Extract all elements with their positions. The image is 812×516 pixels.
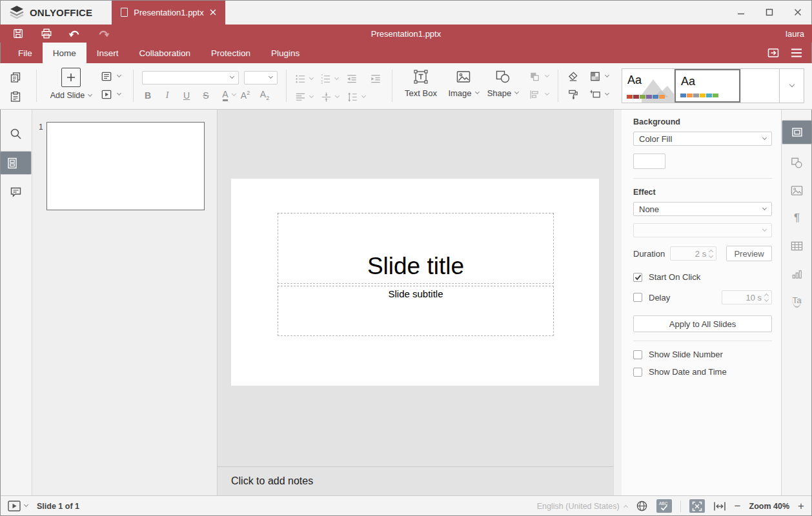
- hamburger-menu-icon[interactable]: [790, 48, 803, 58]
- chart-settings-tab[interactable]: [782, 264, 812, 283]
- fit-to-width-icon[interactable]: [713, 501, 726, 511]
- save-button[interactable]: [4, 25, 32, 43]
- text-art-settings-tab[interactable]: Ta: [782, 292, 812, 311]
- menu-file[interactable]: File: [8, 43, 43, 63]
- spinner-carets-icon[interactable]: [709, 250, 713, 257]
- start-slideshow-button[interactable]: [100, 88, 121, 101]
- zoom-in-button[interactable]: +: [798, 501, 804, 511]
- font-size-combo[interactable]: [244, 71, 278, 84]
- editor-canvas[interactable]: Slide title Slide subtitle Click to add …: [218, 110, 622, 495]
- numbering-icon: [320, 73, 332, 85]
- line-spacing-button[interactable]: [346, 88, 359, 105]
- slide-thumbnails-panel[interactable]: 1: [32, 110, 218, 495]
- clear-style-button[interactable]: [567, 70, 580, 83]
- menu-insert[interactable]: Insert: [86, 43, 129, 63]
- start-on-click-checkbox[interactable]: [633, 273, 642, 282]
- font-name-combo[interactable]: [142, 71, 239, 84]
- strikeout-button[interactable]: S: [196, 90, 216, 101]
- spinner-carets-icon[interactable]: [765, 294, 768, 301]
- minimize-button[interactable]: [727, 0, 755, 25]
- change-layout-button[interactable]: [100, 70, 121, 83]
- spellcheck-toggle[interactable]: ABC: [656, 499, 672, 513]
- increase-indent-button[interactable]: [369, 70, 382, 87]
- close-window-button[interactable]: [784, 0, 812, 25]
- redo-button[interactable]: [89, 25, 117, 43]
- copy-button[interactable]: [9, 69, 22, 86]
- language-selector[interactable]: English (United States): [537, 502, 627, 511]
- color-scheme-button[interactable]: [589, 70, 609, 83]
- window-controls: [727, 0, 812, 25]
- theme2-color-1: [687, 94, 693, 97]
- slide-settings-icon: [791, 126, 804, 139]
- thumbnail-slide-number: 1: [39, 123, 43, 132]
- numbering-button[interactable]: [320, 70, 332, 87]
- theme2-sample-text: Aa: [681, 75, 695, 88]
- undo-button[interactable]: [61, 25, 89, 43]
- show-slide-number-checkbox[interactable]: [633, 350, 642, 359]
- slide-size-button[interactable]: [589, 88, 609, 101]
- table-settings-tab[interactable]: [782, 236, 812, 255]
- slides-panel-button[interactable]: [0, 151, 32, 175]
- slide-settings-tab[interactable]: [782, 120, 812, 144]
- paragraph-settings-tab[interactable]: ¶: [782, 208, 812, 228]
- horizontal-align-button[interactable]: [294, 88, 307, 105]
- fit-to-slide-toggle[interactable]: [689, 499, 705, 513]
- notes-area[interactable]: Click to add notes: [218, 466, 613, 495]
- subtitle-placeholder[interactable]: Slide subtitle: [278, 286, 554, 336]
- open-file-location-icon[interactable]: [767, 47, 780, 59]
- subscript-button[interactable]: A2: [255, 89, 274, 101]
- menu-collaboration[interactable]: Collaboration: [129, 43, 201, 63]
- arrange-shape-button[interactable]: [528, 70, 549, 83]
- vertical-scrollbar[interactable]: [613, 110, 622, 495]
- paste-button[interactable]: [9, 88, 22, 105]
- comments-button[interactable]: [0, 183, 32, 202]
- align-shape-button[interactable]: [528, 88, 549, 101]
- add-slide-button[interactable]: Add Slide: [50, 68, 92, 100]
- search-button[interactable]: [0, 124, 32, 143]
- preview-button[interactable]: Preview: [726, 246, 772, 261]
- bold-button[interactable]: B: [138, 90, 157, 101]
- effect-type-select-disabled[interactable]: [633, 223, 772, 237]
- insert-shape-button[interactable]: Shape: [484, 68, 522, 98]
- image-settings-tab[interactable]: [782, 181, 812, 200]
- duration-spinner[interactable]: 2 s: [670, 246, 716, 261]
- menu-plugins[interactable]: Plugins: [261, 43, 310, 63]
- text-box-button[interactable]: Text Box: [401, 68, 441, 98]
- theme-thumbnail-1[interactable]: Aa: [622, 69, 675, 103]
- background-color-swatch[interactable]: [633, 154, 665, 169]
- document-tab[interactable]: Presentation1.pptx: [112, 0, 225, 25]
- underline-button[interactable]: U: [177, 90, 196, 101]
- italic-button[interactable]: I: [157, 90, 177, 101]
- delay-spinner[interactable]: 10 s: [722, 290, 772, 304]
- align-objects-icon: [528, 88, 541, 101]
- menu-home[interactable]: Home: [43, 43, 86, 63]
- vertical-align-button[interactable]: [320, 88, 332, 105]
- menu-protection[interactable]: Protection: [201, 43, 261, 63]
- background-fill-select[interactable]: Color Fill: [633, 132, 772, 146]
- insert-image-button[interactable]: Image: [445, 68, 482, 98]
- theme2-color-2: [693, 94, 699, 97]
- print-button[interactable]: [32, 25, 61, 43]
- font-color-button[interactable]: A: [216, 89, 235, 101]
- decrease-indent-button[interactable]: [345, 70, 358, 87]
- start-slideshow-status-button[interactable]: [8, 501, 28, 511]
- theme-gallery-expand-button[interactable]: [780, 68, 804, 103]
- theme-thumbnail-2-selected[interactable]: Aa: [675, 69, 740, 103]
- user-name: laura: [786, 29, 812, 39]
- zoom-out-button[interactable]: −: [735, 501, 741, 511]
- title-placeholder[interactable]: Slide title: [278, 213, 554, 284]
- effect-select[interactable]: None: [633, 202, 772, 216]
- copy-style-button[interactable]: [567, 88, 580, 101]
- maximize-button[interactable]: [755, 0, 784, 25]
- apply-to-all-slides-button[interactable]: Apply to All Slides: [633, 315, 772, 332]
- shape-settings-tab[interactable]: [782, 153, 812, 172]
- add-slide-label: Add Slide: [50, 91, 85, 100]
- close-tab-icon[interactable]: [210, 9, 216, 15]
- delay-checkbox[interactable]: [633, 293, 642, 302]
- show-date-time-checkbox[interactable]: [633, 368, 642, 377]
- superscript-button[interactable]: A2: [236, 90, 255, 101]
- set-language-globe-icon[interactable]: [636, 500, 648, 512]
- bullets-button[interactable]: [294, 70, 307, 87]
- slide[interactable]: Slide title Slide subtitle: [231, 179, 599, 386]
- slide-thumbnail[interactable]: [46, 122, 205, 210]
